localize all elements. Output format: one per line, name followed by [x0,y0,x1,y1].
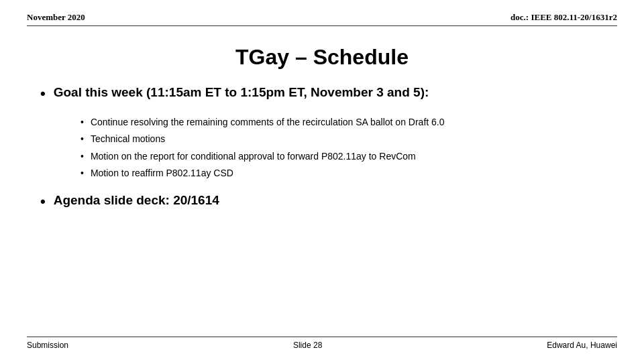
slide-title: TGay – Schedule [235,45,409,69]
main-bullet-text: Goal this week (11:15am ET to 1:15pm ET,… [54,84,429,101]
footer-author: Edward Au, Huawei [547,341,617,350]
sub-bullet-3-marker: • [80,150,84,164]
main-bullet-agenda: • Agenda slide deck: 20/1614 [40,192,604,212]
title-section: TGay – Schedule [27,45,617,70]
sub-bullet-4-text: Motion to reaffirm P802.11ay CSD [91,167,233,180]
sub-bullet-3: • Motion on the report for conditional a… [80,150,604,164]
footer-submission: Submission [27,341,68,350]
slide-content: • Goal this week (11:15am ET to 1:15pm E… [27,84,617,337]
header-date: November 2020 [27,12,85,23]
agenda-bullet-text: Agenda slide deck: 20/1614 [54,192,219,209]
footer-slide-number: Slide 28 [293,341,322,350]
header-doc: doc.: IEEE 802.11-20/1631r2 [511,12,617,23]
sub-bullet-1: • Continue resolving the remaining comme… [80,116,604,129]
slide: November 2020 doc.: IEEE 802.11-20/1631r… [0,0,644,362]
agenda-bullet-marker: • [40,192,46,212]
sub-bullet-4: • Motion to reaffirm P802.11ay CSD [80,167,604,180]
main-bullet-marker: • [40,84,46,104]
main-bullet-goal: • Goal this week (11:15am ET to 1:15pm E… [40,84,604,104]
sub-bullet-3-text: Motion on the report for conditional app… [91,150,416,164]
sub-bullet-2: • Technical motions [80,133,604,146]
slide-header: November 2020 doc.: IEEE 802.11-20/1631r… [27,12,617,26]
sub-bullet-2-marker: • [80,133,84,146]
slide-footer: Submission Slide 28 Edward Au, Huawei [27,337,617,350]
sub-bullets-list: • Continue resolving the remaining comme… [80,116,604,180]
sub-bullet-2-text: Technical motions [91,133,165,146]
sub-bullet-1-marker: • [80,116,84,129]
sub-bullet-4-marker: • [80,167,84,180]
sub-bullet-1-text: Continue resolving the remaining comment… [91,116,445,129]
